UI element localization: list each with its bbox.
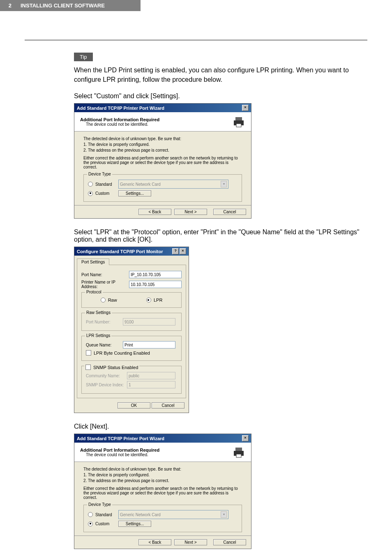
group-label: Device Type xyxy=(87,502,112,507)
radio-lpr-label: LPR xyxy=(154,298,162,302)
wizard-head-sub: The device could not be identified. xyxy=(80,122,159,127)
chevron-down-icon: ▾ xyxy=(221,181,227,187)
radio-custom[interactable] xyxy=(88,522,93,526)
raw-label: Raw Settings xyxy=(85,310,112,315)
queue-label: Queue Name: xyxy=(86,343,123,347)
radio-standard-label: Standard xyxy=(95,512,116,517)
settings-button[interactable]: Settings... xyxy=(118,521,151,527)
step-3-text: Click [Next]. xyxy=(74,423,367,430)
wizard-body: The detected device is of unknown type. … xyxy=(74,462,251,536)
close-icon[interactable]: × xyxy=(242,105,249,111)
tip-text: When the LPD Print setting is enabled, y… xyxy=(74,65,367,84)
divider-top xyxy=(25,40,367,40)
chevron-down-icon: ▾ xyxy=(221,511,227,518)
ip-input[interactable] xyxy=(129,281,182,288)
tip-badge: Tip xyxy=(74,53,93,61)
next-button[interactable]: Next > xyxy=(174,209,207,215)
device-type-group: Device Type Standard Generic Network Car… xyxy=(83,174,242,202)
chapter-number: 2 xyxy=(0,0,16,11)
port-name-label: Port Name: xyxy=(81,272,129,277)
wizard-dialog-2: Add Standard TCP/IP Printer Port Wizard … xyxy=(74,434,251,549)
wizard-dialog-1: Add Standard TCP/IP Printer Port Wizard … xyxy=(74,103,251,219)
lpr-label: LPR Settings xyxy=(85,333,111,338)
wizard-head-title: Additional Port Information Required xyxy=(80,117,159,122)
device-idx-input xyxy=(127,381,175,388)
standard-select: Generic Network Card ▾ xyxy=(118,510,228,519)
device-idx-label: SNMP Device Index: xyxy=(86,383,127,387)
community-label: Community Name: xyxy=(86,374,127,378)
back-button[interactable]: < Back xyxy=(138,539,171,545)
back-button[interactable]: < Back xyxy=(138,209,171,215)
button-row: < Back Next > Cancel xyxy=(74,205,251,218)
step-2-text: Select "LPR" at the "Protocol" option, e… xyxy=(74,229,367,243)
dialog-title: Configure Standard TCP/IP Port Monitor xyxy=(77,249,163,254)
radio-standard-label: Standard xyxy=(95,182,116,187)
wizard-head-title: Additional Port Information Required xyxy=(80,448,159,452)
radio-lpr[interactable] xyxy=(146,298,151,302)
radio-standard[interactable] xyxy=(88,512,93,517)
radio-raw[interactable] xyxy=(101,298,106,302)
select-value: Generic Network Card xyxy=(120,512,161,517)
community-input xyxy=(127,372,175,379)
raw-settings-group: Raw Settings Port Number: xyxy=(81,313,182,331)
settings-button[interactable]: Settings... xyxy=(118,190,151,196)
radio-standard[interactable] xyxy=(88,182,93,187)
body-li2: 2. The address on the previous page is c… xyxy=(83,478,242,483)
select-value: Generic Network Card xyxy=(120,182,161,187)
queue-input[interactable] xyxy=(123,341,175,349)
close-icon[interactable]: × xyxy=(180,248,186,254)
tab-panel: Port Name: Printer Name or IP Address: P… xyxy=(77,265,186,398)
wizard-head-sub: The device could not be identified. xyxy=(80,452,159,457)
printer-icon xyxy=(232,115,245,128)
svg-rect-5 xyxy=(236,454,241,457)
lpr-byte-label: LPR Byte Counting Enabled xyxy=(94,351,150,355)
help-icon[interactable]: ? xyxy=(172,248,179,254)
chapter-header: 2 INSTALLING CLIENT SOFTWARE xyxy=(0,0,392,11)
snmp-label: SNMP Status Enabled xyxy=(93,365,138,370)
cancel-button[interactable]: Cancel xyxy=(213,209,246,215)
cancel-button[interactable]: Cancel xyxy=(152,402,184,409)
protocol-group: Protocol Raw LPR xyxy=(81,292,182,308)
dialog-title: Add Standard TCP/IP Printer Port Wizard xyxy=(77,436,164,441)
step-1-text: Select "Custom" and click [Settings]. xyxy=(74,92,367,100)
radio-custom-label: Custom xyxy=(95,191,116,196)
title-bar: Configure Standard TCP/IP Port Monitor ?… xyxy=(74,247,189,256)
body-para: Either correct the address and perform a… xyxy=(83,156,242,169)
config-dialog: Configure Standard TCP/IP Port Monitor ?… xyxy=(74,247,189,413)
dialog-title: Add Standard TCP/IP Printer Port Wizard xyxy=(77,106,164,111)
body-li1: 1. The device is properly configured. xyxy=(83,473,242,477)
snmp-checkbox[interactable] xyxy=(85,365,91,370)
tab-port-settings[interactable]: Port Settings xyxy=(77,259,109,265)
radio-custom-label: Custom xyxy=(95,522,116,526)
title-bar: Add Standard TCP/IP Printer Port Wizard … xyxy=(74,104,251,112)
standard-select: Generic Network Card ▾ xyxy=(118,180,228,189)
button-row: < Back Next > Cancel xyxy=(74,536,251,549)
svg-rect-2 xyxy=(236,124,241,127)
body-li1: 1. The device is properly configured. xyxy=(83,142,242,147)
device-type-group: Device Type Standard Generic Network Car… xyxy=(83,505,242,532)
close-icon[interactable]: × xyxy=(242,435,249,441)
wizard-body: The detected device is of unknown type. … xyxy=(74,132,251,205)
body-para: Either correct the address and perform a… xyxy=(83,486,242,500)
body-intro: The detected device is of unknown type. … xyxy=(83,136,242,141)
body-li2: 2. The address on the previous page is c… xyxy=(83,148,242,152)
wizard-banner: Additional Port Information Required The… xyxy=(74,443,251,462)
snmp-group: SNMP Status Enabled Community Name: SNMP… xyxy=(81,366,182,394)
chapter-title: INSTALLING CLIENT SOFTWARE xyxy=(16,0,141,11)
svg-rect-4 xyxy=(235,448,242,451)
body-intro: The detected device is of unknown type. … xyxy=(83,467,242,471)
lpr-settings-group: LPR Settings Queue Name: LPR Byte Counti… xyxy=(81,336,182,361)
title-bar: Add Standard TCP/IP Printer Port Wizard … xyxy=(74,434,251,443)
port-name-input[interactable] xyxy=(129,271,182,278)
next-button[interactable]: Next > xyxy=(174,539,207,545)
svg-rect-1 xyxy=(235,117,242,120)
radio-custom[interactable] xyxy=(88,191,93,196)
ok-button[interactable]: OK xyxy=(118,402,150,409)
port-number-input xyxy=(123,318,175,325)
printer-icon xyxy=(232,446,245,458)
cancel-button[interactable]: Cancel xyxy=(213,539,246,545)
wizard-banner: Additional Port Information Required The… xyxy=(74,112,251,132)
ip-label: Printer Name or IP Address: xyxy=(81,280,129,289)
radio-raw-label: Raw xyxy=(108,298,117,302)
lpr-byte-checkbox[interactable] xyxy=(86,350,91,355)
